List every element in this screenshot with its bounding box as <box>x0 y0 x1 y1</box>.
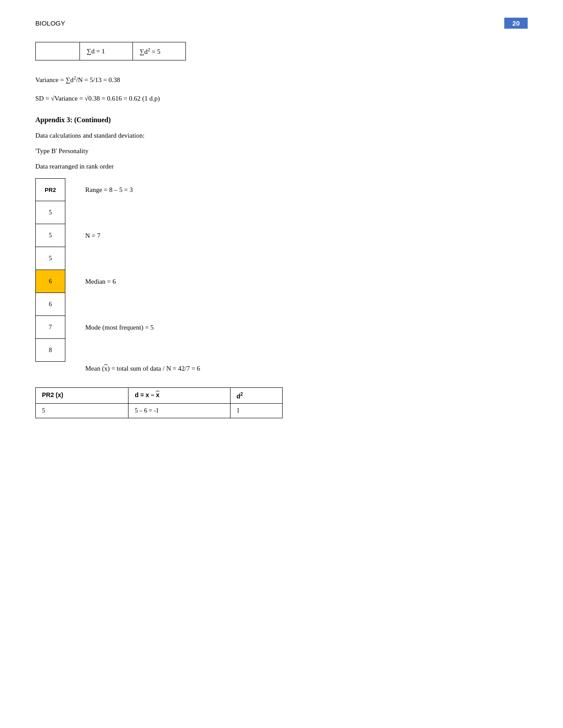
rank-header: PR2 <box>35 178 65 201</box>
rank-spacer <box>35 362 65 371</box>
annotation-spacer-3 <box>76 339 200 362</box>
rank-row-2: 5 <box>35 247 65 270</box>
sd-formula: SD = √Variance = √0.38 = 0.616 = 0.62 (1… <box>35 93 528 104</box>
annotation-spacer-1 <box>76 247 200 270</box>
appendix-heading: Appendix 3: (Continued) <box>35 116 528 124</box>
annotation-median: Median = 6 <box>76 270 200 293</box>
rank-row-5: 7 <box>35 316 65 339</box>
annotation-mean: Mean (x) = total sum of data / N = 42/7 … <box>76 362 200 375</box>
bottom-data-table: PR2 (x) d = x – x d2 5 5 – 6 = -1 1 <box>35 387 283 418</box>
summary-cell-1 <box>36 42 80 60</box>
page-header: BIOLOGY 20 <box>35 18 528 29</box>
rank-row-6: 8 <box>35 339 65 362</box>
rank-row-1: 5 <box>35 224 65 247</box>
variance-formula: Variance = ∑d2/N = 5/13 = 0.38 <box>35 74 528 85</box>
page-number: 20 <box>504 18 528 29</box>
sigma-d-label: ∑d = 1 <box>87 48 105 55</box>
table-row: 5 5 – 6 = -1 1 <box>36 403 283 418</box>
sigma-d-squared-label: ∑d2 = 5 <box>140 48 160 55</box>
summary-cell-2: ∑d = 1 <box>80 42 133 60</box>
page: BIOLOGY 20 ∑d = 1 ∑d2 = 5 Variance = ∑d2… <box>0 0 563 728</box>
section-label-3: Data rearranged in rank order <box>35 163 528 170</box>
rank-section: PR2 5 5 5 6 6 7 8 Range = 8 – 5 = 3 N = … <box>35 178 528 375</box>
rank-row-0: 5 <box>35 201 65 224</box>
rank-row-3-highlighted: 6 <box>35 270 65 293</box>
rank-annotations: Range = 8 – 5 = 3 N = 7 Median = 6 Mode … <box>65 178 200 375</box>
col-header-d: d = x – x <box>128 388 230 404</box>
annotation-n: N = 7 <box>76 224 200 247</box>
cell-d-0: 5 – 6 = -1 <box>128 403 230 418</box>
rank-column: PR2 5 5 5 6 6 7 8 <box>35 178 65 375</box>
annotation-range: Range = 8 – 5 = 3 <box>76 178 200 201</box>
col-header-d2: d2 <box>230 388 282 404</box>
annotation-mode: Mode (most frequent) = 5 <box>76 316 200 339</box>
section-label-2: 'Type B' Personality <box>35 147 528 155</box>
summary-cell-3: ∑d2 = 5 <box>133 42 186 60</box>
col-header-pr2x: PR2 (x) <box>36 388 128 404</box>
annotation-spacer-0 <box>76 201 200 224</box>
cell-d2-0: 1 <box>230 403 282 418</box>
section-label-1: Data calculations and standard deviation… <box>35 132 528 139</box>
subject-title: BIOLOGY <box>35 19 65 27</box>
summary-table: ∑d = 1 ∑d2 = 5 <box>35 42 186 60</box>
cell-pr2x-0: 5 <box>36 403 128 418</box>
rank-row-4: 6 <box>35 293 65 316</box>
annotation-spacer-2 <box>76 293 200 316</box>
